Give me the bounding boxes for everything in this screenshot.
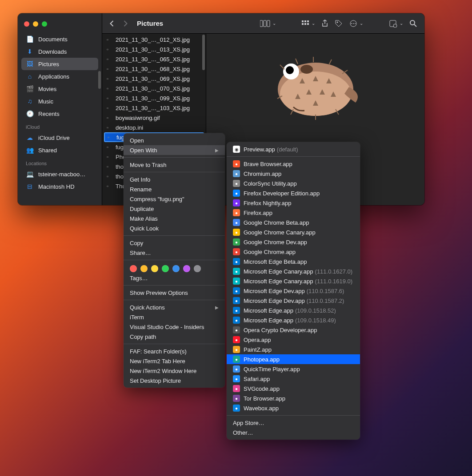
menu-duplicate[interactable]: Duplicate [124, 204, 225, 214]
file-item[interactable]: ▫2021_11_30_…_013_XS.jpg [102, 44, 206, 54]
preview-scrollbar[interactable] [418, 35, 424, 204]
file-item[interactable]: ▫desktop.ini [102, 123, 206, 132]
preview-image [271, 47, 360, 123]
open-with-default[interactable]: ◉ Preview.app (default) [227, 144, 360, 154]
file-item[interactable]: ▫2021_11_30_…_012_XS.jpg [102, 35, 206, 44]
open-with-app[interactable]: ●Microsoft Edge Dev.app(110.0.1587.6) [227, 286, 360, 296]
close-window[interactable] [24, 21, 29, 27]
menu-open[interactable]: Open [124, 135, 225, 145]
tag-color[interactable] [183, 265, 190, 272]
sidebar-item-applications[interactable]: ⌂Applications [21, 70, 98, 83]
sidebar-item-pictures[interactable]: 🖼Pictures [21, 58, 98, 70]
menu-compress[interactable]: Compress "fugu.png" [124, 194, 225, 204]
sidebar-item-movies[interactable]: 🎬Movies [21, 83, 98, 95]
svg-rect-6 [302, 23, 304, 25]
search-button[interactable] [409, 20, 417, 28]
menu-faf[interactable]: FAF: Search Folder(s) [124, 346, 225, 356]
tag-color[interactable] [140, 265, 148, 272]
open-with-app[interactable]: ●Firefox.app [227, 208, 360, 218]
menu-iterm[interactable]: iTerm [124, 312, 225, 322]
tag-color[interactable] [162, 265, 169, 272]
menu-set-desktop[interactable]: Set Desktop Picture [124, 376, 225, 385]
open-with-app[interactable]: ●Google Chrome Beta.app [227, 218, 360, 227]
open-with-app[interactable]: ●Opera Crypto Developer.app [227, 325, 360, 335]
menu-copy[interactable]: Copy [124, 238, 225, 248]
open-with-app[interactable]: ●ColorSync Utility.app [227, 178, 360, 188]
open-with-app[interactable]: ●Brave Browser.app [227, 159, 360, 169]
minimize-window[interactable] [33, 21, 38, 27]
open-with-app[interactable]: ●Opera.app [227, 335, 360, 345]
file-item[interactable]: ▫2021_11_30_…_069_XS.jpg [102, 74, 206, 83]
tag-color[interactable] [172, 265, 180, 272]
sidebar-item-music[interactable]: ♫Music [21, 95, 98, 107]
menu-new-iterm-tab[interactable]: New iTerm2 Tab Here [124, 356, 225, 366]
forward-button[interactable] [123, 20, 128, 27]
open-with-app[interactable]: ●Firefox Developer Edition.app [227, 188, 360, 198]
open-with-app[interactable]: ●Google Chrome.app [227, 247, 360, 257]
open-with-app[interactable]: ●Microsoft Edge Canary.app(111.0.1619.0) [227, 276, 360, 286]
open-with-app[interactable]: ●PaintZ.app [227, 345, 360, 354]
menu-alias[interactable]: Make Alias [124, 214, 225, 223]
back-button[interactable] [109, 20, 114, 27]
more-button[interactable]: ⌄ [349, 20, 363, 27]
group-button[interactable]: ⌄ [302, 20, 315, 27]
open-with-app[interactable]: ●Safari.app [227, 374, 360, 384]
fullscreen-window[interactable] [42, 21, 47, 27]
sidebar-item-tsteiner-macboo-[interactable]: 💻tsteiner-macboo… [21, 168, 98, 180]
open-with-app[interactable]: ●Google Chrome Canary.app [227, 227, 360, 237]
menu-trash[interactable]: Move to Trash [124, 160, 225, 170]
open-with-app-store[interactable]: App Store… [227, 418, 360, 428]
sidebar-item-downloads[interactable]: ⬇Downloads [21, 45, 98, 58]
sidebar-scrollbar[interactable] [98, 71, 101, 89]
tag-color[interactable] [130, 265, 137, 272]
menu-get-info[interactable]: Get Info [124, 175, 225, 184]
menu-tags[interactable]: Tags… [124, 273, 225, 283]
menu-new-iterm-window[interactable]: New iTerm2 Window Here [124, 366, 225, 376]
open-with-app[interactable]: ●Microsoft Edge Canary.app(111.0.1627.0) [227, 266, 360, 276]
sidebar-item-documents[interactable]: 📄Documents [21, 33, 98, 45]
file-item[interactable]: ▫2021_11_30_…_065_XS.jpg [102, 54, 206, 64]
open-with-app[interactable]: ●SVGcode.app [227, 384, 360, 393]
open-with-app[interactable]: ●Google Chrome Dev.app [227, 237, 360, 247]
sidebar-item-icloud-drive[interactable]: ☁iCloud Drive [21, 131, 98, 144]
file-item[interactable]: ▫2021_11_30_…_070_XS.jpg [102, 83, 206, 93]
file-item[interactable]: ▫2021_11_30_…_099_XS.jpg [102, 93, 206, 103]
sidebar-item-recents[interactable]: 🕘Recents [21, 107, 98, 120]
open-with-app[interactable]: ●Wavebox.app [227, 403, 360, 413]
open-with-app[interactable]: ●QuickTime Player.app [227, 364, 360, 374]
menu-rename[interactable]: Rename [124, 184, 225, 194]
sidebar-item-macintosh-hd[interactable]: ⊟Macintosh HD [21, 180, 98, 193]
menu-copy-path[interactable]: Copy path [124, 332, 225, 341]
file-item[interactable]: ▫boywasiwrong.gif [102, 113, 206, 123]
menu-quicklook[interactable]: Quick Look [124, 223, 225, 233]
open-with-app[interactable]: ●Firefox Nightly.app [227, 198, 360, 208]
file-item[interactable]: ▫2021_11_30_…_103_XS.jpg [102, 103, 206, 113]
menu-quick-actions[interactable]: Quick Actions▶ [124, 302, 225, 312]
open-with-app[interactable]: ●Microsoft Edge.app(109.0.1518.49) [227, 315, 360, 325]
view-columns-button[interactable]: ⌄ [260, 20, 276, 27]
tag-color[interactable] [194, 265, 201, 272]
tag-color[interactable] [151, 265, 158, 272]
sidebar-item-label: tsteiner-macboo… [38, 171, 85, 178]
open-with-app[interactable]: ●Photopea.app [227, 354, 360, 364]
app-name: Google Chrome Beta.app [244, 219, 309, 226]
open-with-app[interactable]: ●Chromium.app [227, 169, 360, 178]
open-with-other[interactable]: Other… [227, 428, 360, 437]
menu-open-with[interactable]: Open With▶ [124, 145, 225, 155]
open-with-app[interactable]: ●Microsoft Edge.app(109.0.1518.52) [227, 305, 360, 315]
svg-rect-2 [267, 20, 270, 27]
actions-button[interactable]: ⌄ [389, 20, 403, 28]
file-icon: ▫ [107, 183, 113, 189]
file-name: 2021_11_30_…_013_XS.jpg [116, 46, 190, 53]
open-with-app[interactable]: ●Microsoft Edge Dev.app(110.0.1587.2) [227, 296, 360, 305]
tags-button[interactable] [335, 20, 343, 28]
menu-vscode[interactable]: Visual Studio Code - Insiders [124, 322, 225, 332]
file-item[interactable]: ▫2021_11_30_…_068_XS.jpg [102, 64, 206, 74]
share-button[interactable] [321, 20, 328, 28]
menu-share[interactable]: Share… [124, 248, 225, 258]
menu-preview-options[interactable]: Show Preview Options [124, 288, 225, 298]
filelist-scrollbar[interactable] [202, 35, 205, 70]
open-with-app[interactable]: ●Tor Browser.app [227, 393, 360, 403]
sidebar-item-shared[interactable]: 👥Shared [21, 144, 98, 156]
open-with-app[interactable]: ●Microsoft Edge Beta.app [227, 257, 360, 266]
